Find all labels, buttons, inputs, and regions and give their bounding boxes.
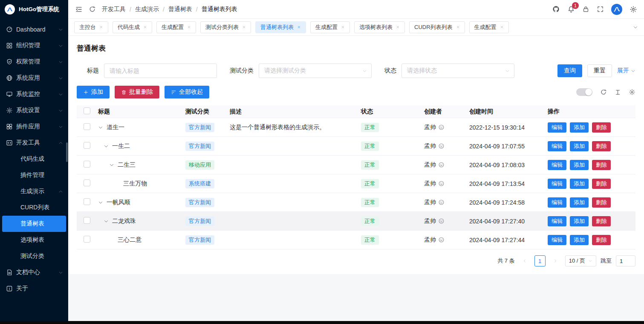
- delete-button[interactable]: 删除: [592, 179, 611, 189]
- tab-item-active[interactable]: 普通树表列表: [255, 21, 306, 33]
- sidebar-scrollbar[interactable]: [66, 142, 68, 162]
- row-checkbox[interactable]: [84, 217, 90, 224]
- table-refresh-icon[interactable]: [600, 89, 607, 95]
- close-icon[interactable]: [143, 25, 147, 29]
- menu-fold-icon[interactable]: [75, 6, 83, 13]
- search-button[interactable]: 查询: [557, 64, 582, 77]
- tab-item[interactable]: 生成配置: [469, 21, 509, 33]
- tab-item[interactable]: 主控台: [74, 21, 108, 33]
- close-icon[interactable]: [297, 25, 301, 29]
- edit-button[interactable]: 编辑: [548, 216, 566, 226]
- row-checkbox[interactable]: [84, 198, 90, 205]
- delete-button[interactable]: 删除: [592, 122, 611, 133]
- add-child-button[interactable]: 添加: [570, 122, 589, 133]
- tree-collapse-icon[interactable]: [104, 219, 110, 224]
- add-child-button[interactable]: 添加: [570, 216, 589, 226]
- prev-page-button[interactable]: [519, 255, 530, 266]
- add-child-button[interactable]: 添加: [570, 235, 589, 245]
- tree-collapse-icon[interactable]: [98, 200, 104, 205]
- fullscreen-icon[interactable]: [597, 6, 604, 13]
- table-row[interactable]: 二龙戏珠 官方新闻 正常 孟帅 2024-04-09 17:27:40 编辑 添…: [77, 212, 635, 231]
- sidebar-item-plugin-manage[interactable]: 插件管理: [0, 167, 68, 183]
- edit-button[interactable]: 编辑: [548, 179, 566, 189]
- breadcrumb-item[interactable]: 生成演示: [135, 6, 159, 13]
- title-filter-input[interactable]: [104, 64, 217, 78]
- github-icon[interactable]: [552, 5, 560, 13]
- delete-button[interactable]: 删除: [592, 160, 611, 170]
- sidebar-item-code-gen[interactable]: 代码生成: [0, 151, 68, 167]
- close-icon[interactable]: [99, 25, 103, 29]
- close-icon[interactable]: [341, 25, 345, 29]
- breadcrumb-item[interactable]: 普通树表: [168, 6, 192, 13]
- tabs-dropdown-chevron-icon[interactable]: [633, 25, 638, 30]
- edit-button[interactable]: 编辑: [548, 235, 566, 245]
- row-checkbox[interactable]: [84, 179, 90, 186]
- row-checkbox[interactable]: [84, 142, 90, 149]
- sidebar-item-dashboard[interactable]: Dashboard: [0, 21, 68, 38]
- delete-button[interactable]: 删除: [592, 141, 611, 151]
- table-row[interactable]: 一帆风顺 官方新闻 正常 孟帅 2024-04-09 17:24:58 编辑 添…: [77, 193, 635, 212]
- reset-button[interactable]: 重置: [587, 64, 612, 77]
- tree-collapse-icon[interactable]: [104, 144, 110, 149]
- sidebar-item-devtools[interactable]: 开发工具: [0, 135, 68, 151]
- settings-gear-icon[interactable]: [630, 6, 637, 13]
- jump-page-input[interactable]: [616, 255, 635, 266]
- tab-item[interactable]: 代码生成: [113, 21, 152, 33]
- add-child-button[interactable]: 添加: [570, 141, 589, 151]
- category-filter-select[interactable]: 请选择测试分类: [259, 64, 372, 78]
- tree-collapse-icon[interactable]: [98, 125, 104, 130]
- sidebar-item-docs[interactable]: 文档中心: [0, 264, 68, 281]
- tab-item[interactable]: 测试分类列表: [200, 21, 251, 33]
- sidebar-item-tree-table[interactable]: 普通树表: [2, 216, 66, 232]
- edit-button[interactable]: 编辑: [548, 141, 566, 151]
- edit-button[interactable]: 编辑: [548, 160, 566, 170]
- tree-collapse-icon[interactable]: [109, 162, 115, 168]
- row-checkbox[interactable]: [84, 236, 90, 243]
- tab-item[interactable]: 生成配置: [310, 21, 350, 33]
- app-logo[interactable]: HotGo管理系统: [0, 0, 68, 19]
- table-row[interactable]: 二生三 移动应用 正常 孟帅 2024-04-09 17:08:03 编辑 添加…: [77, 156, 635, 174]
- add-button[interactable]: 添加: [77, 86, 110, 98]
- page-size-select[interactable]: 10 / 页: [565, 255, 596, 266]
- reload-icon[interactable]: [89, 6, 96, 13]
- notification-bell[interactable]: 1: [567, 6, 575, 13]
- user-avatar[interactable]: [611, 4, 622, 15]
- sidebar-item-settings[interactable]: 系统设置: [0, 102, 68, 119]
- batch-delete-button[interactable]: 批量删除: [115, 86, 159, 98]
- close-icon[interactable]: [456, 25, 460, 29]
- table-row[interactable]: 道生一 官方新闻 这是一个普通树形表格的生成演示。 正常 孟帅 2022-12-…: [77, 118, 635, 137]
- edit-button[interactable]: 编辑: [548, 197, 566, 208]
- tab-item[interactable]: 选项树表列表: [354, 21, 405, 33]
- expand-filters-button[interactable]: 展开: [617, 67, 635, 75]
- sidebar-item-option-tree[interactable]: 选项树表: [0, 232, 68, 248]
- breadcrumb-item[interactable]: 开发工具: [102, 6, 126, 13]
- add-child-button[interactable]: 添加: [570, 160, 589, 170]
- delete-button[interactable]: 删除: [592, 235, 611, 245]
- sidebar-item-curd-list[interactable]: CURD列表: [0, 200, 68, 216]
- close-icon[interactable]: [396, 25, 400, 29]
- collapse-all-button[interactable]: 全部收起: [165, 86, 209, 98]
- sidebar-item-monitor[interactable]: 系统监控: [0, 86, 68, 102]
- tab-item[interactable]: 生成配置: [156, 21, 196, 33]
- delete-button[interactable]: 删除: [592, 216, 611, 226]
- table-row[interactable]: 一生二 官方新闻 正常 孟帅 2024-04-09 17:07:55 编辑 添加…: [77, 137, 635, 156]
- column-settings-gear-icon[interactable]: [629, 89, 635, 95]
- page-number-button[interactable]: 1: [534, 255, 546, 266]
- table-row[interactable]: 三心二意 官方新闻 正常 孟帅 2024-04-09 17:27:44 编辑 添…: [77, 231, 635, 249]
- lock-icon[interactable]: [582, 6, 589, 13]
- select-all-checkbox[interactable]: [84, 107, 90, 114]
- delete-button[interactable]: 删除: [592, 197, 611, 208]
- striped-toggle[interactable]: [576, 88, 592, 96]
- close-icon[interactable]: [187, 25, 191, 29]
- sidebar-item-org[interactable]: 组织管理: [0, 38, 68, 54]
- close-icon[interactable]: [500, 25, 504, 29]
- row-checkbox[interactable]: [84, 123, 90, 130]
- table-row[interactable]: 三生万物 系统搭建 正常 孟帅 2024-04-09 17:13:54 编辑 添…: [77, 174, 635, 193]
- sidebar-item-permission[interactable]: 权限管理: [0, 54, 68, 70]
- density-icon[interactable]: [615, 89, 621, 95]
- next-page-button[interactable]: [550, 255, 561, 266]
- sidebar-item-gen-demo[interactable]: 生成演示: [0, 183, 68, 200]
- add-child-button[interactable]: 添加: [570, 197, 589, 208]
- edit-button[interactable]: 编辑: [548, 122, 566, 133]
- status-filter-select[interactable]: 请选择状态: [401, 64, 514, 78]
